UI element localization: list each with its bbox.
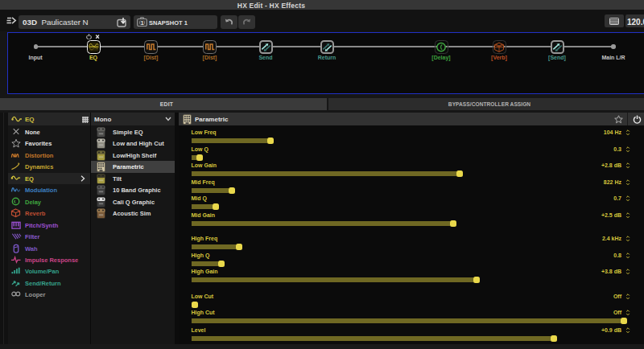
- svg-text:1: 1: [140, 19, 143, 27]
